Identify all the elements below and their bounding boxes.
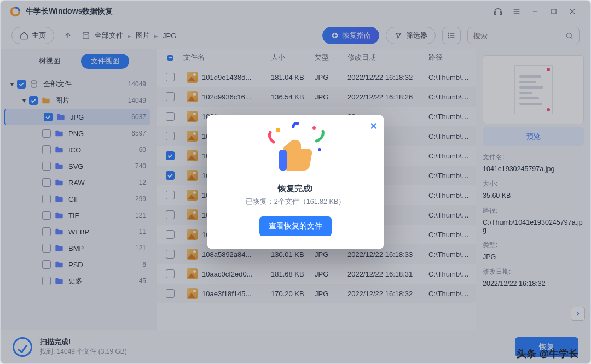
watermark: 头条 @牛学长 [517, 347, 578, 360]
svg-rect-20 [279, 150, 287, 171]
thumbs-up-icon [263, 122, 328, 175]
modal-subtitle: 已恢复：2个文件（161.82 KB） [218, 197, 373, 207]
modal-overlay[interactable]: ✕ 恢复完成! 已恢复：2个文件（161.82 KB） 查看恢复的文件 [1, 1, 590, 363]
svg-point-21 [276, 128, 280, 132]
modal-title: 恢复完成! [218, 184, 373, 194]
svg-point-23 [318, 148, 321, 151]
close-icon[interactable]: ✕ [369, 120, 378, 132]
app-window: 牛学长Windows数据恢复 主页 全部文件 ▸ 图片 ▸ JPG 恢复指南 [0, 0, 591, 364]
success-dialog: ✕ 恢复完成! 已恢复：2个文件（161.82 KB） 查看恢复的文件 [207, 115, 384, 249]
svg-point-22 [312, 126, 316, 130]
view-recovered-button[interactable]: 查看恢复的文件 [259, 216, 332, 236]
